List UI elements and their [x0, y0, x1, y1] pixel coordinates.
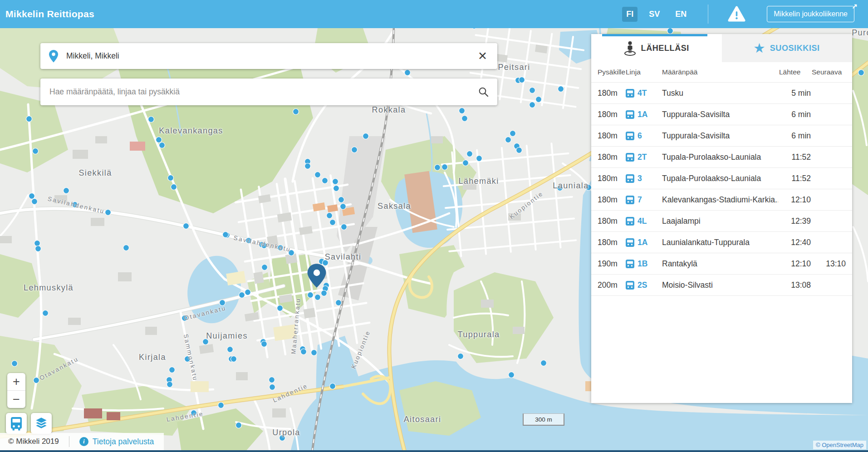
- zoom-out-button[interactable]: −: [7, 390, 25, 408]
- bus-stop-dot[interactable]: [278, 245, 284, 251]
- bus-stop-dot[interactable]: [458, 354, 464, 359]
- bus-stop-dot[interactable]: [220, 300, 226, 306]
- bus-stop-dot[interactable]: [239, 292, 245, 298]
- bus-stop-dot[interactable]: [463, 160, 469, 166]
- bus-stop-dot[interactable]: [218, 403, 224, 408]
- bus-stop-dot[interactable]: [32, 199, 38, 205]
- bus-stop-dot[interactable]: [293, 109, 299, 115]
- bus-stop-dot[interactable]: [148, 117, 154, 123]
- bus-stop-dot[interactable]: [203, 339, 209, 345]
- table-row[interactable]: 180m1ALaunialankatu-Tuppurala12:40: [591, 232, 852, 253]
- bus-stop-dot[interactable]: [509, 372, 515, 378]
- bus-stop-dot[interactable]: [315, 172, 321, 178]
- bus-stop-dot[interactable]: [168, 175, 174, 181]
- bus-stop-dot[interactable]: [34, 378, 39, 383]
- table-row[interactable]: 180m7Kalevankangas-Stadiumi-Karkia...12:…: [591, 189, 852, 211]
- bus-stop-dot[interactable]: [667, 28, 673, 34]
- bus-stop-dot[interactable]: [236, 423, 242, 428]
- origin-search-box[interactable]: ✕: [40, 43, 497, 69]
- bus-stop-dot[interactable]: [159, 142, 165, 148]
- destination-input[interactable]: [49, 87, 478, 97]
- bus-stop-dot[interactable]: [476, 156, 482, 162]
- bus-stop-dot[interactable]: [336, 300, 342, 306]
- bus-stop-dot[interactable]: [64, 188, 69, 194]
- bus-stop-dot[interactable]: [333, 186, 339, 192]
- bus-stop-dot[interactable]: [167, 382, 173, 388]
- bus-stop-dot[interactable]: [33, 148, 39, 154]
- table-row[interactable]: 190m1BRantakylä12:1013:10: [591, 253, 852, 275]
- bus-stop-dot[interactable]: [322, 178, 328, 184]
- bus-stop-dot[interactable]: [363, 133, 369, 139]
- bus-stop-dot[interactable]: [435, 165, 441, 171]
- bus-stop-dot[interactable]: [315, 295, 321, 300]
- bus-stop-dot[interactable]: [530, 102, 535, 108]
- bus-stop-dot[interactable]: [223, 232, 229, 238]
- zoom-in-button[interactable]: +: [7, 373, 25, 390]
- bus-stop-dot[interactable]: [270, 384, 275, 390]
- bus-stop-dot[interactable]: [43, 310, 49, 316]
- bus-stop-dot[interactable]: [12, 361, 18, 367]
- table-row[interactable]: 180m3Tupala-Purolaakso-Launiala11:52: [591, 168, 852, 189]
- tab-favorites[interactable]: ★ SUOSIKKISI: [722, 34, 853, 62]
- bus-stop-dot[interactable]: [277, 305, 283, 311]
- bus-stop-dot[interactable]: [171, 184, 177, 190]
- bus-stop-dot[interactable]: [536, 97, 542, 103]
- bus-stop-dot[interactable]: [301, 349, 307, 355]
- search-icon[interactable]: [478, 87, 489, 98]
- bus-stop-dot[interactable]: [459, 108, 465, 114]
- osm-attribution[interactable]: © OpenStreetMap: [813, 441, 866, 449]
- bus-stop-dot[interactable]: [280, 435, 285, 441]
- map-layers-button[interactable]: [31, 413, 52, 434]
- bus-stop-dot[interactable]: [169, 367, 175, 373]
- bus-stop-dot[interactable]: [261, 341, 267, 347]
- bus-stop-dot[interactable]: [183, 223, 189, 229]
- bus-stop-dot[interactable]: [340, 204, 346, 210]
- tab-nearby[interactable]: LÄHELLÄSI: [591, 34, 722, 62]
- bus-stop-dot[interactable]: [858, 70, 864, 76]
- bus-stop-dot[interactable]: [333, 179, 338, 185]
- bus-stop-dot[interactable]: [289, 250, 294, 256]
- show-vehicles-button[interactable]: [6, 413, 27, 434]
- bus-stop-dot[interactable]: [557, 185, 563, 191]
- bus-stop-dot[interactable]: [305, 163, 311, 169]
- bus-stop-dot[interactable]: [246, 238, 252, 244]
- table-row[interactable]: 180m4TTusku5 min: [591, 82, 852, 104]
- bus-stop-dot[interactable]: [261, 243, 267, 249]
- table-row[interactable]: 180m4LLaajalampi12:39: [591, 211, 852, 232]
- bus-stop-dot[interactable]: [311, 350, 317, 356]
- bus-stop-dot[interactable]: [327, 213, 333, 219]
- bus-stop-dot[interactable]: [26, 116, 32, 122]
- bus-stop-dot[interactable]: [558, 86, 564, 92]
- bus-stop-dot[interactable]: [35, 246, 41, 252]
- lang-sv-button[interactable]: SV: [645, 7, 664, 22]
- lang-en-button[interactable]: EN: [671, 7, 691, 22]
- bus-stop-dot[interactable]: [530, 88, 535, 93]
- bus-stop-dot[interactable]: [182, 315, 188, 321]
- clear-origin-icon[interactable]: ✕: [476, 49, 489, 63]
- bus-stop-dot[interactable]: [105, 210, 111, 216]
- bus-stop-dot[interactable]: [185, 356, 191, 362]
- bus-stop-dot[interactable]: [467, 151, 473, 157]
- bus-stop-dot[interactable]: [191, 410, 197, 416]
- bus-stop-dot[interactable]: [462, 116, 468, 122]
- table-row[interactable]: 180m1ATuppurala-Savisilta6 min: [591, 104, 852, 125]
- bus-stop-dot[interactable]: [72, 202, 78, 208]
- about-service-link[interactable]: Tietoja palvelusta: [93, 437, 154, 447]
- bus-stop-dot[interactable]: [269, 377, 275, 383]
- bus-stop-dot[interactable]: [308, 292, 314, 298]
- bus-stop-dot[interactable]: [123, 245, 129, 251]
- bus-stop-dot[interactable]: [505, 137, 511, 143]
- bus-stop-dot[interactable]: [338, 197, 344, 203]
- external-site-button[interactable]: Mikkelin joukkoliikenne ↗: [767, 6, 854, 22]
- bus-stop-dot[interactable]: [262, 265, 268, 270]
- bus-stop-dot[interactable]: [330, 220, 336, 226]
- bus-stop-dot[interactable]: [352, 147, 358, 153]
- lang-fi-button[interactable]: FI: [622, 7, 638, 22]
- bus-stop-dot[interactable]: [323, 260, 329, 266]
- disruption-alert-button[interactable]: [727, 5, 746, 23]
- origin-input[interactable]: [65, 51, 476, 61]
- bus-stop-dot[interactable]: [516, 147, 522, 153]
- bus-stop-dot[interactable]: [34, 241, 40, 246]
- bus-stop-dot[interactable]: [29, 193, 35, 199]
- destination-search-box[interactable]: [40, 79, 497, 105]
